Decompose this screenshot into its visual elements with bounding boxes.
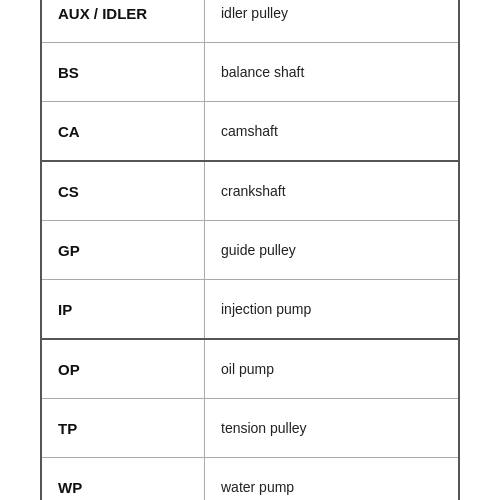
cell-code: CS [42, 162, 205, 220]
table-row: OPoil pump [42, 340, 458, 399]
cell-code: BS [42, 43, 205, 101]
table-row: IPinjection pump [42, 280, 458, 340]
cell-description: injection pump [205, 280, 458, 338]
cell-code: CA [42, 102, 205, 160]
cell-code: AUX / IDLER [42, 0, 205, 42]
cell-description: water pump [205, 458, 458, 500]
cell-description: guide pulley [205, 221, 458, 279]
cell-description: idler pulley [205, 0, 458, 42]
cell-description: tension pulley [205, 399, 458, 457]
cell-description: oil pump [205, 340, 458, 398]
table-row: WPwater pump [42, 458, 458, 500]
table-row: CAcamshaft [42, 102, 458, 162]
table-row: TPtension pulley [42, 399, 458, 458]
cell-code: WP [42, 458, 205, 500]
cell-description: camshaft [205, 102, 458, 160]
table-row: BSbalance shaft [42, 43, 458, 102]
cell-code: IP [42, 280, 205, 338]
table-row: AUX / IDLERidler pulley [42, 0, 458, 43]
table-row: GPguide pulley [42, 221, 458, 280]
cell-code: OP [42, 340, 205, 398]
cell-description: crankshaft [205, 162, 458, 220]
cell-code: GP [42, 221, 205, 279]
cell-code: TP [42, 399, 205, 457]
cell-description: balance shaft [205, 43, 458, 101]
abbreviation-table: AUX / IDLERidler pulleyBSbalance shaftCA… [40, 0, 460, 500]
table-row: CScrankshaft [42, 162, 458, 221]
